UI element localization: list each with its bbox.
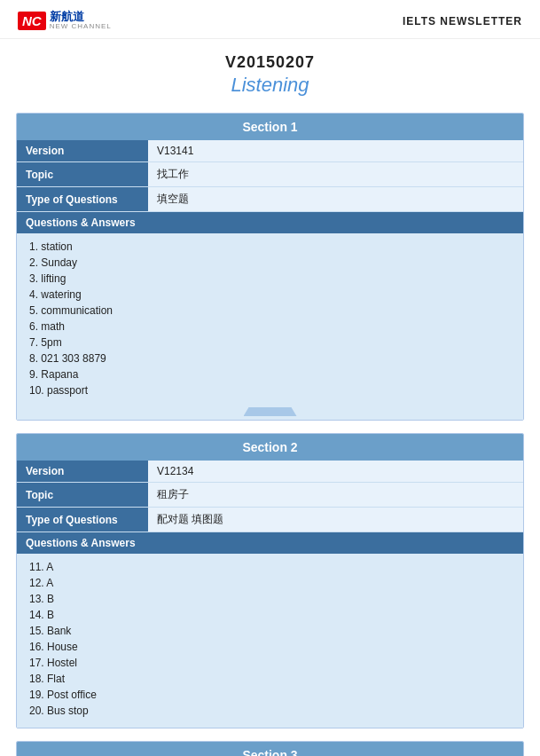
section-2-qa-label: Questions & Answers (17, 532, 523, 554)
section-1-questions-value: 填空题 (148, 187, 523, 211)
list-item: 1. station (29, 239, 511, 255)
section-2-questions-value: 配对题 填图题 (148, 508, 523, 532)
section-1-version-row: Version V13141 (17, 140, 523, 162)
list-item: 6. math (29, 319, 511, 335)
list-item: 16. House (29, 639, 511, 655)
subtitle: Listening (0, 74, 540, 97)
list-item: 17. Hostel (29, 655, 511, 671)
section-2-questions-row: Type of Questions 配对题 填图题 (17, 508, 523, 532)
divider-arrow-icon (244, 407, 297, 416)
section-1-questions-row: Type of Questions 填空题 (17, 187, 523, 212)
section-2-version-row: Version V12134 (17, 461, 523, 483)
list-item: 8. 021 303 8879 (29, 350, 511, 366)
section-1-questions-label: Type of Questions (17, 187, 148, 211)
section-1-topic-value: 找工作 (148, 162, 523, 186)
section-1-divider (17, 407, 523, 420)
list-item: 2. Sunday (29, 255, 511, 271)
list-item: 10. passport (29, 382, 511, 398)
list-item: 11. A (29, 559, 511, 575)
logo-cn: 新航道 (50, 11, 112, 23)
main-title-block: V20150207 Listening (0, 39, 540, 100)
section-1-header: Section 1 (17, 114, 523, 140)
list-item: 15. Bank (29, 623, 511, 639)
section-3-block: Section 3 Version New Topic 目击者调查讨论 (16, 741, 524, 756)
logo-nc-box: NC (18, 12, 46, 30)
list-item: 13. B (29, 591, 511, 607)
list-item: 18. Flat (29, 671, 511, 687)
logo-en: NEW CHANNEL (50, 23, 112, 31)
section-2-header: Section 2 (17, 434, 523, 461)
section-1-version-label: Version (17, 140, 148, 161)
version-title: V20150207 (0, 53, 540, 72)
section-2-topic-row: Topic 租房子 (17, 483, 523, 508)
list-item: 5. communication (29, 303, 511, 319)
section-2-block: Section 2 Version V12134 Topic 租房子 Type … (16, 433, 524, 728)
section-1-topic-row: Topic 找工作 (17, 162, 523, 187)
section-2-answers: 11. A 12. A 13. B 14. B 15. Bank 16. Hou… (17, 554, 523, 728)
newsletter-title: IELTS NEWSLETTER (403, 15, 522, 28)
section-2-version-value: V12134 (148, 461, 523, 482)
list-item: 19. Post office (29, 687, 511, 703)
logo-nc-text: NC (22, 13, 42, 28)
section-2-version-label: Version (17, 461, 148, 482)
logo-text-block: 新航道 NEW CHANNEL (50, 11, 112, 31)
list-item: 3. lifting (29, 271, 511, 287)
logo: NC 新航道 NEW CHANNEL (18, 11, 112, 31)
list-item: 20. Bus stop (29, 703, 511, 719)
section-2-topic-value: 租房子 (148, 483, 523, 507)
section-1-qa-label: Questions & Answers (17, 212, 523, 233)
list-item: 14. B (29, 607, 511, 623)
section-1-block: Section 1 Version V13141 Topic 找工作 Type … (16, 113, 524, 421)
list-item: 7. 5pm (29, 335, 511, 350)
section-2-questions-label: Type of Questions (17, 508, 148, 532)
list-item: 4. watering (29, 287, 511, 303)
section-1-version-value: V13141 (148, 140, 523, 161)
list-item: 9. Rapana (29, 366, 511, 382)
section-2-topic-label: Topic (17, 483, 148, 507)
section-3-header: Section 3 (17, 742, 523, 756)
section-1-answers: 1. station 2. Sunday 3. lifting 4. water… (17, 233, 523, 407)
section-1-topic-label: Topic (17, 162, 148, 186)
header: NC 新航道 NEW CHANNEL IELTS NEWSLETTER (0, 0, 540, 39)
list-item: 12. A (29, 575, 511, 591)
